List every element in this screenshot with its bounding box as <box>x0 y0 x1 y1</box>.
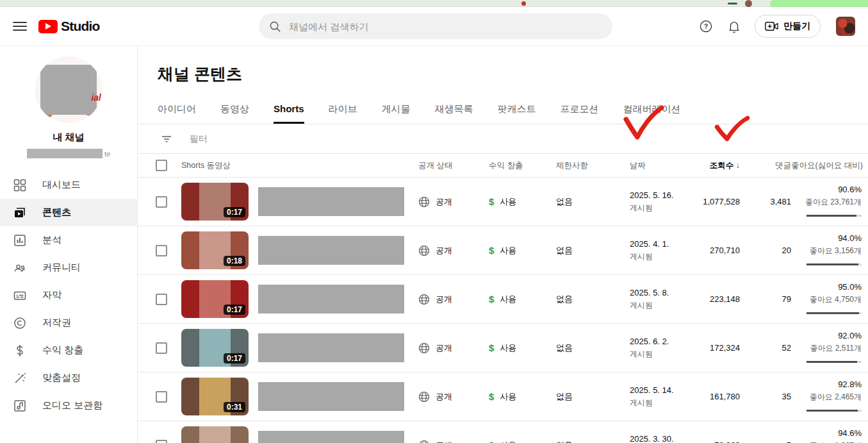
sidebar-item-copyright[interactable]: 저작권 <box>0 309 137 337</box>
my-channel-label: 내 채널 <box>0 131 137 144</box>
column-header-date[interactable]: 날짜 <box>630 160 689 171</box>
channel-avatar[interactable]: ial <box>35 56 102 123</box>
tab[interactable]: 라이브 <box>329 97 357 124</box>
visibility-cell[interactable]: 공개 <box>418 196 489 208</box>
table-row[interactable]: 0:17 공개 $ 사용 없음 2025. 5. 8. 게시됨 223,148 … <box>138 275 868 324</box>
date-cell: 2025. 3. 30. 게시됨 <box>630 434 689 443</box>
row-checkbox[interactable] <box>156 391 167 403</box>
video-thumbnail[interactable]: 0:17 <box>181 329 249 367</box>
sidebar-item-customization[interactable]: 맞춤설정 <box>0 364 137 392</box>
monetization-cell[interactable]: $ 사용 <box>489 294 556 305</box>
visibility-label: 공개 <box>436 342 452 354</box>
column-header-visibility[interactable]: 공개 상태 <box>418 160 489 171</box>
row-checkbox[interactable] <box>156 440 167 443</box>
dollar-icon: $ <box>489 342 494 353</box>
row-checkbox[interactable] <box>156 245 167 256</box>
restrictions-cell: 없음 <box>556 440 630 443</box>
like-ratio: 95.0% <box>791 282 862 292</box>
video-thumbnail[interactable]: 0:17 <box>181 183 249 221</box>
svg-text:?: ? <box>704 23 708 30</box>
row-checkbox[interactable] <box>156 294 167 305</box>
like-ratio: 92.0% <box>791 331 862 340</box>
like-ratio-bar <box>807 410 862 412</box>
views-cell: 76,062 <box>689 440 740 443</box>
tab[interactable]: 팟캐스트 <box>498 97 536 124</box>
monetization-cell[interactable]: $ 사용 <box>489 245 556 256</box>
views-cell: 270,710 <box>689 246 740 255</box>
likes-cell: 95.0% 좋아요 4,750개 <box>791 282 868 317</box>
column-header-comments[interactable]: 댓글 <box>740 160 791 171</box>
sidebar-item-monetization[interactable]: 수익 창출 <box>0 337 137 364</box>
tab[interactable]: 동영상 <box>220 97 249 124</box>
date-value: 2025. 6. 2. <box>630 337 689 346</box>
main-content: 채널 콘텐츠 아이디어 동영상 Shorts 라이브 게시물 재생목록 팟캐스트… <box>138 46 868 443</box>
sidebar-item-analytics[interactable]: 분석 <box>0 226 137 254</box>
tab[interactable]: 프로모션 <box>561 97 599 124</box>
visibility-label: 공개 <box>436 245 452 256</box>
monetization-label: 사용 <box>500 342 516 354</box>
youtube-studio-logo[interactable]: Studio <box>38 19 100 34</box>
notifications-bell-icon[interactable] <box>726 19 742 34</box>
monetization-cell[interactable]: $ 사용 <box>489 391 556 403</box>
monetization-cell[interactable]: $ 사용 <box>489 440 556 443</box>
monetization-cell[interactable]: $ 사용 <box>489 342 556 354</box>
restrictions-cell: 없음 <box>556 391 630 403</box>
filter-row: 필터 <box>138 124 868 154</box>
create-button[interactable]: 만들기 <box>755 15 821 38</box>
community-icon <box>13 262 27 274</box>
sidebar-item-dashboard[interactable]: 대시보드 <box>0 171 137 199</box>
visibility-cell[interactable]: 공개 <box>418 294 489 305</box>
sidebar-item-community[interactable]: 커뮤니티 <box>0 254 137 281</box>
select-all-checkbox[interactable] <box>156 160 167 171</box>
likes-count: 좋아요 2,511개 <box>791 343 862 354</box>
globe-public-icon <box>418 294 430 305</box>
account-avatar[interactable] <box>836 17 855 36</box>
column-header-likes[interactable]: 좋아요(싫어요 대비) <box>791 160 868 171</box>
help-icon[interactable]: ? <box>698 19 714 34</box>
likes-count: 좋아요 4,750개 <box>791 294 862 305</box>
tab[interactable]: 재생목록 <box>435 97 473 124</box>
table-row[interactable]: 0:18 공개 $ 사용 없음 2025. 4. 1. 게시됨 270,710 … <box>138 226 868 275</box>
views-cell: 161,780 <box>689 392 740 401</box>
globe-public-icon <box>418 391 430 403</box>
column-header-monetization[interactable]: 수익 창출 <box>489 160 556 171</box>
monetization-cell[interactable]: $ 사용 <box>489 196 556 208</box>
table-row[interactable]: 0:17 공개 $ 사용 없음 2025. 6. 2. 게시됨 172,324 … <box>138 324 868 372</box>
search-bar[interactable] <box>259 13 612 39</box>
video-thumbnail[interactable]: 0:17 <box>181 280 249 318</box>
visibility-cell[interactable]: 공개 <box>418 342 489 354</box>
video-thumbnail[interactable]: 0:18 <box>181 231 249 269</box>
tab[interactable]: 컬래버레이션 <box>623 97 681 124</box>
like-ratio: 94.6% <box>791 428 862 438</box>
date-status: 게시됨 <box>630 349 689 360</box>
tab[interactable]: Shorts <box>274 97 304 124</box>
sidebar-item-content[interactable]: 콘텐츠 <box>0 199 137 226</box>
table-row[interactable]: 0:31 공개 $ 사용 없음 2025. 5. 14. 게시됨 161,780… <box>138 372 868 421</box>
visibility-cell[interactable]: 공개 <box>418 440 489 443</box>
visibility-cell[interactable]: 공개 <box>418 391 489 403</box>
browser-strip <box>0 0 868 7</box>
content-tabs: 아이디어 동영상 Shorts 라이브 게시물 재생목록 팟캐스트 프로모션 컬… <box>138 97 868 124</box>
logo-text: Studio <box>61 19 100 34</box>
sidebar-item-audio-library[interactable]: 오디오 보관함 <box>0 392 137 419</box>
row-checkbox[interactable] <box>156 342 167 354</box>
search-input[interactable] <box>289 21 602 32</box>
table-row[interactable]: 공개 $ 사용 없음 2025. 3. 30. 게시됨 76,062 5 94.… <box>138 421 868 443</box>
filter-label[interactable]: 필터 <box>190 133 208 145</box>
hamburger-menu-icon[interactable] <box>13 19 27 33</box>
video-thumbnail[interactable]: 0:31 <box>181 378 249 415</box>
avatar-redaction-block <box>40 65 97 115</box>
table-row[interactable]: 0:17 공개 $ 사용 없음 2025. 5. 16. 게시됨 1,077,5… <box>138 178 868 226</box>
filter-icon[interactable] <box>161 133 172 145</box>
comments-cell: 79 <box>740 294 791 304</box>
tab[interactable]: 게시물 <box>382 97 411 124</box>
tab[interactable]: 아이디어 <box>158 97 196 124</box>
column-header-video[interactable]: Shorts 동영상 <box>181 160 418 171</box>
browser-minimize-icon <box>728 3 737 4</box>
row-checkbox[interactable] <box>156 196 167 208</box>
sidebar-item-subtitles[interactable]: 자막 <box>0 281 137 309</box>
visibility-cell[interactable]: 공개 <box>418 245 489 256</box>
column-header-restrictions[interactable]: 제한사항 <box>556 160 630 171</box>
column-header-views[interactable]: 조회수 ↓ <box>689 160 740 171</box>
video-thumbnail[interactable] <box>181 426 249 443</box>
